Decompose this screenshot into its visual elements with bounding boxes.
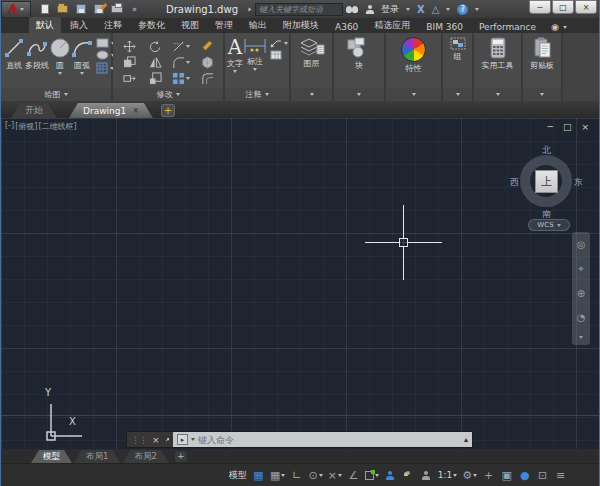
erase-button[interactable] xyxy=(201,40,214,53)
properties-button[interactable]: 特性 xyxy=(392,36,436,74)
drawing-close-button[interactable]: × xyxy=(581,122,589,132)
command-input[interactable] xyxy=(198,435,461,445)
stretch-button[interactable] xyxy=(123,72,136,85)
array-dropdown-icon[interactable] xyxy=(186,77,190,80)
open-file-button[interactable] xyxy=(55,3,70,16)
panel-clipboard-title[interactable] xyxy=(523,88,561,101)
viewcube-top-face[interactable]: 上 xyxy=(535,170,558,193)
navbar-more-icon[interactable] xyxy=(579,336,583,339)
utilities-button[interactable]: 实用工具 xyxy=(476,36,519,71)
command-close-icon[interactable]: × xyxy=(152,435,160,445)
tab-view[interactable]: 视图 xyxy=(174,17,206,33)
text-button[interactable]: A 文字 xyxy=(227,36,243,73)
mirror-button[interactable] xyxy=(149,56,162,69)
panel-utilities-title[interactable] xyxy=(474,88,521,101)
a360-dropdown-icon[interactable] xyxy=(446,8,450,11)
command-history-up-icon[interactable]: ▴ xyxy=(464,435,468,444)
customize-wrench-icon[interactable] xyxy=(165,434,169,445)
arc-button[interactable]: 圆弧 xyxy=(71,36,93,75)
new-drawing-tab-button[interactable]: + xyxy=(161,104,175,117)
arc-dropdown-icon[interactable] xyxy=(80,72,84,75)
layout-tab-layout2[interactable]: 布局2 xyxy=(122,450,168,463)
viewport-menu-button[interactable]: [-] xyxy=(5,121,14,132)
tab-annotate[interactable]: 注释 xyxy=(97,17,129,33)
sign-in-button[interactable]: 登录 xyxy=(381,3,399,16)
text-dropdown-icon[interactable] xyxy=(233,70,237,73)
annotation-monitor-button[interactable]: + xyxy=(482,469,495,482)
exchange-apps-icon[interactable]: X xyxy=(417,4,425,15)
scale-dropdown-icon[interactable] xyxy=(453,474,457,477)
application-menu-button[interactable]: A xyxy=(1,1,31,18)
tab-insert[interactable]: 插入 xyxy=(63,17,95,33)
window-minimize-button[interactable]: ─ xyxy=(529,0,551,14)
isometric-drafting-toggle[interactable]: × xyxy=(328,469,342,482)
copy-button[interactable] xyxy=(123,56,136,69)
tab-output[interactable]: 输出 xyxy=(242,17,274,33)
pan-icon[interactable]: ⌖ xyxy=(578,263,584,275)
snap-dropdown-icon[interactable] xyxy=(281,474,285,477)
new-layout-button[interactable]: + xyxy=(175,451,187,462)
tab-performance[interactable]: Performance xyxy=(472,20,543,33)
search-binoculars-icon[interactable] xyxy=(346,6,358,13)
tab-parametric[interactable]: 参数化 xyxy=(131,17,172,33)
layout-tab-model[interactable]: 模型 xyxy=(31,450,72,463)
tab-addins[interactable]: 附加模块 xyxy=(276,17,326,33)
viewcube[interactable]: 北 南 西 东 上 xyxy=(509,146,585,222)
trim-dropdown-icon[interactable] xyxy=(186,45,190,48)
array-button[interactable] xyxy=(172,72,190,85)
zoom-extents-icon[interactable]: ⊕ xyxy=(577,288,585,299)
customize-button[interactable]: ≡ xyxy=(554,469,567,482)
osnap-dropdown-icon[interactable] xyxy=(375,474,379,477)
layout-tab-layout1[interactable]: 布局1 xyxy=(74,450,120,463)
qat-more-button[interactable]: » xyxy=(127,3,142,16)
help-icon[interactable]: ? xyxy=(457,4,468,15)
annotation-autoscale-toggle[interactable] xyxy=(402,471,415,480)
drawing-restore-button[interactable]: □ xyxy=(563,122,572,132)
wcs-menu[interactable]: WCS xyxy=(528,219,570,231)
viewcube-east-label[interactable]: 东 xyxy=(574,176,583,189)
drag-grip-icon[interactable]: ⋮⋮ xyxy=(131,435,147,445)
tab-manage[interactable]: 管理 xyxy=(208,17,240,33)
file-tab-close-icon[interactable]: × xyxy=(132,106,139,115)
command-line-window[interactable]: ⋮⋮ × ▸ ▴ xyxy=(126,431,473,448)
clipboard-paste-button[interactable]: 剪贴板 xyxy=(525,36,559,71)
polar-dropdown-icon[interactable] xyxy=(319,474,323,477)
tab-a360[interactable]: A360 xyxy=(328,20,365,33)
model-space-button[interactable]: 模型 xyxy=(229,469,247,482)
annotation-scale-button[interactable] xyxy=(420,471,433,480)
insert-block-button[interactable]: 块 xyxy=(339,36,379,71)
search-input[interactable] xyxy=(255,3,343,16)
panel-draw-title[interactable]: 绘图 xyxy=(1,88,111,101)
orbit-icon[interactable]: ◔ xyxy=(577,312,586,323)
drawing-canvas[interactable]: [-] [俯视] [二维线框] ─ □ × 北 南 西 东 上 WCS ◎ ⌖ … xyxy=(1,118,600,449)
group-button[interactable]: 组 xyxy=(445,36,470,62)
annotation-visibility-toggle[interactable] xyxy=(384,471,397,480)
panel-block-title[interactable] xyxy=(334,88,384,101)
circle-dropdown-icon[interactable] xyxy=(58,72,62,75)
drawing-minimize-button[interactable]: ─ xyxy=(548,122,553,132)
panel-annotation-title[interactable]: 注释 xyxy=(225,88,289,101)
layer-properties-button[interactable]: 图层 xyxy=(294,36,330,69)
plot-button[interactable] xyxy=(109,3,124,16)
save-button[interactable] xyxy=(73,3,88,16)
polar-tracking-toggle[interactable]: ⊙ xyxy=(308,469,322,482)
leader-button[interactable] xyxy=(270,38,288,48)
search-expand-icon[interactable] xyxy=(249,7,252,11)
sign-in-dropdown-icon[interactable] xyxy=(406,8,410,11)
offset-button[interactable] xyxy=(201,72,214,85)
help-dropdown-icon[interactable] xyxy=(475,8,479,11)
polyline-button[interactable]: 多段线 xyxy=(25,36,49,71)
dimension-dropdown-icon[interactable] xyxy=(253,68,257,71)
panel-layers-title[interactable] xyxy=(291,88,332,101)
explode-button[interactable] xyxy=(201,56,214,69)
clean-screen-button[interactable]: ⊡ xyxy=(536,469,549,482)
viewcube-north-label[interactable]: 北 xyxy=(542,144,551,157)
trim-button[interactable] xyxy=(172,40,190,53)
iso-dropdown-icon[interactable] xyxy=(338,474,342,477)
fillet-dropdown-icon[interactable] xyxy=(186,61,190,64)
rotate-button[interactable] xyxy=(149,40,162,53)
visual-style-control-button[interactable]: [二维线框] xyxy=(38,121,76,132)
ortho-mode-toggle[interactable]: ∟ xyxy=(290,469,303,482)
view-control-button[interactable]: [俯视] xyxy=(15,121,37,132)
tab-default[interactable]: 默认 xyxy=(29,17,61,33)
